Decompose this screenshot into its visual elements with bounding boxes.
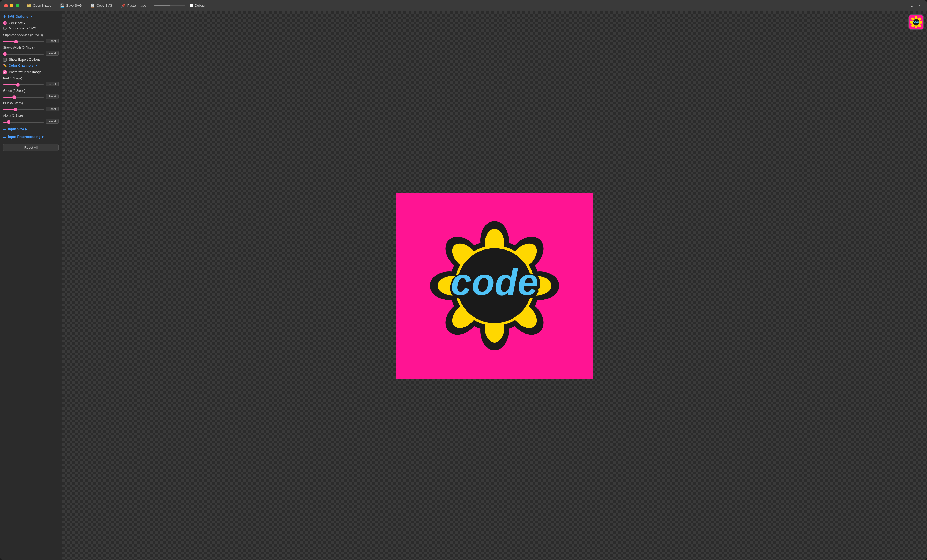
open-image-icon: 📁: [26, 3, 31, 8]
stroke-width-slider[interactable]: [3, 53, 44, 55]
expert-options-label: Show Expert Options: [9, 58, 40, 62]
alpha-label: Alpha (1 Steps): [3, 114, 59, 117]
canvas-area[interactable]: code code: [62, 11, 927, 560]
blue-label: Blue (5 Steps): [3, 101, 59, 105]
alpha-slider[interactable]: [3, 121, 44, 123]
copy-svg-button[interactable]: 📋 Copy SVG: [88, 2, 114, 9]
input-size-chevron: ▶: [25, 128, 27, 131]
reset-all-button[interactable]: Reset All: [3, 144, 59, 151]
input-preprocessing-header[interactable]: ▬ Input Preprocessing ▶: [3, 135, 59, 138]
monochrome-svg-radio[interactable]: Monochrome SVG: [3, 26, 59, 30]
canvas-image: code code: [396, 193, 593, 379]
input-size-icon: ▬: [3, 127, 6, 131]
debug-label[interactable]: Debug: [190, 4, 205, 8]
thumbnail-svg: code: [909, 15, 923, 29]
dots-menu-button[interactable]: ⋮: [916, 2, 923, 9]
posterize-label: Posterize Input Image: [9, 70, 41, 74]
progress-bar-fill: [154, 5, 170, 6]
blue-slider-wrapper: [3, 107, 44, 111]
copy-svg-icon: 📋: [90, 3, 95, 8]
suppress-speckles-label: Suppress speckles (2 Pixels): [3, 33, 59, 37]
app-window: 📁 Open Image 💾 Save SVG 📋 Copy SVG 📌 Pas…: [0, 0, 927, 560]
title-bar: 📁 Open Image 💾 Save SVG 📋 Copy SVG 📌 Pas…: [0, 0, 927, 11]
red-slider[interactable]: [3, 84, 44, 85]
input-size-header[interactable]: ▬ Input Size ▶: [3, 127, 59, 131]
paste-image-button[interactable]: 📌 Paste Image: [119, 2, 148, 9]
stroke-width-row: Reset: [3, 51, 59, 56]
color-channels-label: Color Channels: [9, 64, 33, 67]
green-slider-row: Reset: [3, 94, 59, 99]
debug-checkbox[interactable]: [190, 4, 193, 8]
svg-text:code: code: [913, 20, 920, 24]
save-svg-label: Save SVG: [66, 4, 82, 8]
open-image-label: Open Image: [33, 4, 52, 8]
minimize-button[interactable]: [10, 4, 14, 8]
svg-type-radio-group: Color SVG Monochrome SVG: [3, 21, 59, 30]
color-svg-radio[interactable]: Color SVG: [3, 21, 59, 25]
debug-text: Debug: [195, 4, 205, 8]
paste-image-label: Paste Image: [127, 4, 146, 8]
title-bar-right: ⌄ ⋮: [909, 2, 923, 9]
stroke-width-slider-wrapper: [3, 52, 44, 55]
posterize-row: Posterize Input Image: [3, 70, 59, 74]
monochrome-svg-radio-dot: [3, 27, 7, 30]
blue-slider-row: Reset: [3, 106, 59, 111]
stroke-width-label: Stroke Width (0 Pixels): [3, 46, 59, 49]
red-slider-row: Reset: [3, 82, 59, 87]
color-svg-label: Color SVG: [9, 21, 25, 25]
suppress-speckles-reset[interactable]: Reset: [46, 38, 59, 43]
color-channels-icon: ✏️: [3, 64, 7, 67]
green-slider-wrapper: [3, 95, 44, 99]
suppress-speckles-slider-wrapper: [3, 39, 44, 43]
save-svg-icon: 💾: [60, 3, 65, 8]
close-button[interactable]: [4, 4, 8, 8]
artwork-svg: code code: [396, 193, 593, 379]
green-reset[interactable]: Reset: [46, 94, 59, 99]
green-label: Green (5 Steps): [3, 89, 59, 93]
sidebar: ⚙ SVG Options ▼ Color SVG Monochrome SVG…: [0, 11, 62, 560]
input-size-label: Input Size: [8, 127, 24, 131]
input-preprocessing-label: Input Preprocessing: [8, 135, 41, 138]
suppress-speckles-row: Reset: [3, 38, 59, 43]
monochrome-svg-label: Monochrome SVG: [9, 26, 36, 30]
posterize-checkbox[interactable]: [3, 70, 7, 74]
alpha-reset[interactable]: Reset: [46, 119, 59, 124]
red-label: Red (5 Steps): [3, 76, 59, 80]
svg-text:code: code: [451, 261, 538, 303]
maximize-button[interactable]: [15, 4, 19, 8]
color-channels-header[interactable]: ✏️ Color Channels ▼: [3, 64, 59, 67]
input-preprocessing-icon: ▬: [3, 135, 6, 138]
color-svg-radio-dot: [3, 21, 7, 25]
input-preprocessing-chevron: ▶: [42, 135, 44, 138]
alpha-slider-row: Reset: [3, 119, 59, 124]
svg-options-chevron: ▼: [30, 15, 33, 18]
progress-bar-container: [154, 5, 185, 6]
copy-svg-label: Copy SVG: [96, 4, 112, 8]
red-reset[interactable]: Reset: [46, 82, 59, 87]
green-slider[interactable]: [3, 97, 44, 98]
svg-options-label: SVG Options: [8, 14, 28, 18]
app-thumbnail: code: [908, 14, 924, 30]
blue-slider[interactable]: [3, 109, 44, 110]
blue-reset[interactable]: Reset: [46, 106, 59, 111]
main-content: ⚙ SVG Options ▼ Color SVG Monochrome SVG…: [0, 11, 927, 560]
svg-options-header[interactable]: ⚙ SVG Options ▼: [3, 14, 59, 18]
svg-options-icon: ⚙: [3, 15, 6, 18]
open-image-button[interactable]: 📁 Open Image: [24, 2, 53, 9]
stroke-width-reset[interactable]: Reset: [46, 51, 59, 56]
red-slider-wrapper: [3, 82, 44, 86]
expert-options-row: Show Expert Options: [3, 58, 59, 62]
traffic-lights: [4, 4, 19, 8]
suppress-speckles-slider[interactable]: [3, 41, 44, 42]
expert-options-checkbox[interactable]: [3, 58, 7, 62]
color-channels-chevron: ▼: [35, 64, 38, 67]
chevron-down-button[interactable]: ⌄: [909, 2, 915, 9]
alpha-slider-wrapper: [3, 120, 44, 123]
save-svg-button[interactable]: 💾 Save SVG: [58, 2, 84, 9]
paste-image-icon: 📌: [121, 3, 126, 8]
